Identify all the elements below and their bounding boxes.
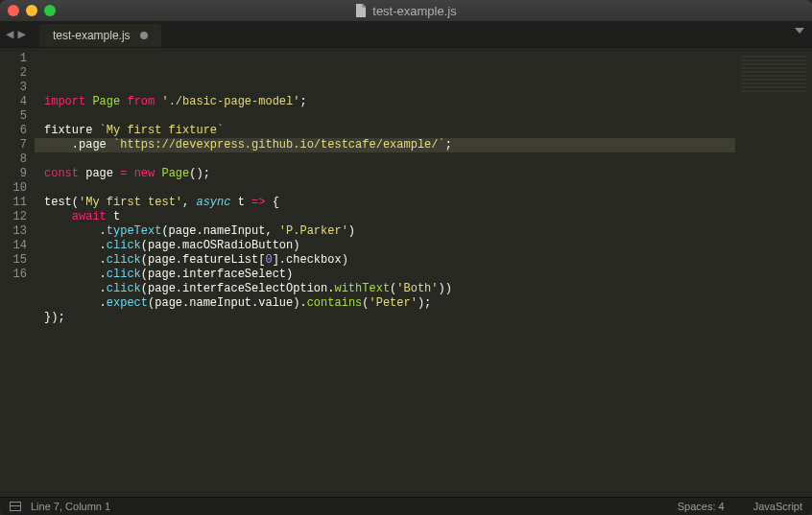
code-line[interactable]: .typeText(page.nameInput, 'P.Parker') [44, 224, 735, 239]
zoom-window-button[interactable] [44, 5, 56, 16]
line-number: 4 [0, 95, 27, 109]
code-line[interactable]: await t [44, 210, 735, 224]
code-line[interactable]: .click(page.interfaceSelectOption.withTe… [44, 282, 735, 296]
editor: 12345678910111213141516 import Page from… [0, 48, 812, 497]
line-number: 9 [0, 167, 27, 181]
line-number: 8 [0, 152, 27, 167]
cursor-position[interactable]: Line 7, Column 1 [31, 501, 110, 512]
code-line[interactable]: const page = new Page(); [44, 167, 735, 181]
code-line[interactable] [44, 181, 735, 196]
minimize-window-button[interactable] [26, 5, 37, 16]
code-line[interactable]: .page `https://devexpress.github.io/test… [44, 138, 735, 152]
tab-label: test-example.js [53, 29, 131, 42]
window-titlebar: test-example.js [0, 0, 812, 21]
code-area[interactable]: import Page from './basic-page-model';fi… [35, 48, 735, 497]
code-line[interactable]: test('My first test', async t => { [44, 196, 735, 210]
line-number: 3 [0, 81, 27, 95]
line-number: 10 [0, 181, 27, 196]
nav-forward-button[interactable]: ▶ [17, 26, 25, 42]
code-line[interactable]: .click(page.featureList[0].checkbox) [44, 253, 735, 268]
line-number: 11 [0, 196, 27, 210]
line-number-gutter: 12345678910111213141516 [0, 48, 35, 497]
nav-buttons: ◀ ▶ [0, 21, 32, 47]
line-number: 15 [0, 253, 27, 268]
line-number: 2 [0, 66, 27, 81]
language-mode[interactable]: JavaScript [753, 501, 802, 512]
code-line[interactable]: .expect(page.nameInput.value).contains('… [44, 296, 735, 311]
document-icon [355, 4, 367, 17]
line-number: 5 [0, 109, 27, 124]
line-number: 1 [0, 52, 27, 66]
code-line[interactable]: fixture `My first fixture` [44, 124, 735, 138]
nav-back-button[interactable]: ◀ [6, 26, 13, 42]
code-line[interactable]: .click(page.macOSRadioButton) [44, 239, 735, 253]
code-line[interactable]: .click(page.interfaceSelect) [44, 268, 735, 282]
minimap-preview [741, 54, 806, 92]
code-line[interactable] [44, 109, 735, 124]
panel-switcher-icon[interactable] [10, 502, 21, 511]
code-line[interactable]: import Page from './basic-page-model'; [44, 95, 735, 109]
close-window-button[interactable] [8, 5, 19, 16]
tab-dropdown-button[interactable] [795, 28, 804, 34]
window-title-text: test-example.js [372, 4, 456, 18]
traffic-lights [8, 5, 56, 16]
dirty-indicator-icon [140, 32, 148, 39]
code-line[interactable] [44, 152, 735, 167]
minimap[interactable] [735, 48, 812, 497]
tab-bar: ◀ ▶ test-example.js [0, 21, 812, 48]
line-number: 16 [0, 268, 27, 282]
tab-test-example[interactable]: test-example.js [39, 24, 161, 47]
line-number: 12 [0, 210, 27, 224]
code-line[interactable]: }); [44, 311, 735, 325]
line-number: 6 [0, 124, 27, 138]
line-number: 7 [0, 138, 27, 152]
indentation-setting[interactable]: Spaces: 4 [678, 501, 725, 512]
status-bar: Line 7, Column 1 Spaces: 4 JavaScript [0, 497, 812, 515]
line-number: 13 [0, 224, 27, 239]
line-number: 14 [0, 239, 27, 253]
window-title: test-example.js [0, 4, 812, 18]
